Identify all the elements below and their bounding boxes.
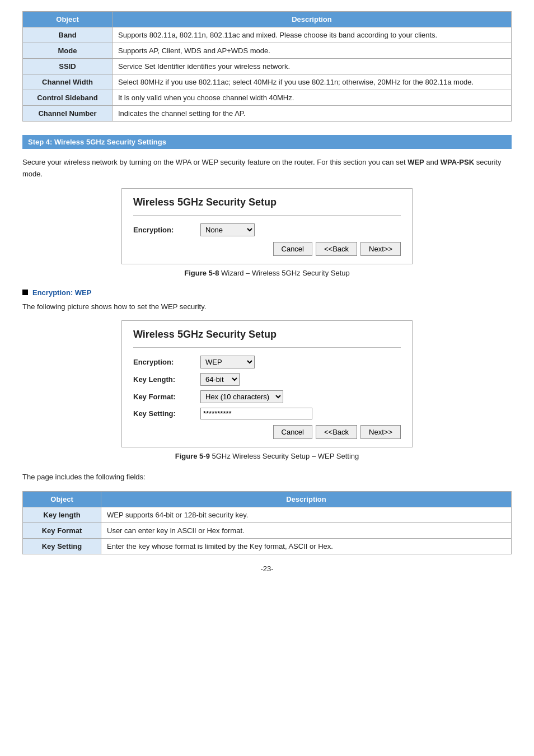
encryption-select-1[interactable]: NoneWEPWPA-PSKWPA2-PSK: [200, 223, 255, 236]
encryption-label-1: Encryption:: [133, 226, 200, 234]
key-length-select[interactable]: 64-bit128-bit: [200, 373, 240, 386]
back-button-1[interactable]: <<Back: [316, 242, 357, 256]
key-format-row: Key Format: Hex (10 characters)ASCII (5 …: [133, 390, 401, 403]
table-row-description: Service Set Identifier identifies your w…: [113, 59, 512, 74]
cancel-button-2[interactable]: Cancel: [273, 425, 312, 439]
table-row-object: SSID: [23, 59, 113, 74]
page-number: -23-: [22, 564, 512, 573]
figure58-caption: Figure 5-8 Wizard – Wireless 5GHz Securi…: [22, 269, 512, 277]
key-length-label: Key Length:: [133, 375, 200, 384]
col-object-header: Object: [23, 12, 113, 27]
key-setting-input[interactable]: [200, 408, 312, 419]
table-row-description: Select 80MHz if you use 802.11ac; select…: [113, 74, 512, 90]
top-info-table: Object Description BandSupports 802.11a,…: [22, 11, 512, 122]
step4-header: Step 4: Wireless 5GHz Security Settings: [22, 135, 512, 149]
bottom-table-row-description: WEP supports 64-bit or 128-bit security …: [101, 507, 512, 523]
key-format-select[interactable]: Hex (10 characters)ASCII (5 characters): [200, 390, 283, 403]
encryption-wep-subtext: The following picture shows how to set t…: [22, 301, 512, 313]
bottom-table-row-description: Enter the key whose format is limited by…: [101, 539, 512, 554]
encryption-row-2: Encryption: NoneWEPWPA-PSKWPA2-PSK: [133, 356, 401, 368]
wireless-box-1-title: Wireless 5GHz Security Setup: [133, 197, 401, 208]
bottom-col-description-header: Description: [101, 492, 512, 507]
back-button-2[interactable]: <<Back: [316, 425, 357, 439]
table-row-description: Supports AP, Client, WDS and AP+WDS mode…: [113, 43, 512, 59]
bottom-table-row-object: Key Format: [23, 523, 101, 539]
table-row-object: Control Sideband: [23, 90, 113, 106]
table-row-description: It is only valid when you choose channel…: [113, 90, 512, 106]
encryption-wep-title: Encryption: WEP: [32, 288, 91, 297]
encryption-wep-header: Encryption: WEP: [22, 288, 512, 297]
table-row-description: Indicates the channel setting for the AP…: [113, 106, 512, 122]
table-row-object: Mode: [23, 43, 113, 59]
key-setting-label: Key Setting:: [133, 409, 200, 418]
bottom-table-row-object: Key length: [23, 507, 101, 523]
bottom-col-object-header: Object: [23, 492, 101, 507]
wireless-setup-box-1: Wireless 5GHz Security Setup Encryption:…: [121, 188, 413, 264]
cancel-button-1[interactable]: Cancel: [273, 242, 312, 256]
figure58-buttons: Cancel <<Back Next>>: [133, 242, 401, 256]
key-setting-row: Key Setting:: [133, 408, 401, 419]
bullet-icon: [22, 290, 28, 295]
figure59-caption: Figure 5-9 5GHz Wireless Security Setup …: [22, 452, 512, 460]
table-row-object: Channel Width: [23, 74, 113, 90]
next-button-2[interactable]: Next>>: [360, 425, 401, 439]
bottom-table-row-description: User can enter key in ASCII or Hex forma…: [101, 523, 512, 539]
figure59-buttons: Cancel <<Back Next>>: [133, 425, 401, 439]
step4-intro-text: Secure your wireless network by turning …: [22, 157, 512, 180]
encryption-label-2: Encryption:: [133, 358, 200, 366]
table-row-object: Channel Number: [23, 106, 113, 122]
key-length-row: Key Length: 64-bit128-bit: [133, 373, 401, 386]
bottom-table-row-object: Key Setting: [23, 539, 101, 554]
encryption-row-1: Encryption: NoneWEPWPA-PSKWPA2-PSK: [133, 223, 401, 236]
wireless-setup-box-2: Wireless 5GHz Security Setup Encryption:…: [121, 320, 413, 447]
wireless-box-2-title: Wireless 5GHz Security Setup: [133, 329, 401, 340]
key-format-label: Key Format:: [133, 393, 200, 401]
bottom-table-intro: The page includes the following fields:: [22, 472, 512, 483]
next-button-1[interactable]: Next>>: [360, 242, 401, 256]
encryption-select-2[interactable]: NoneWEPWPA-PSKWPA2-PSK: [200, 356, 255, 368]
table-row-object: Band: [23, 27, 113, 43]
col-description-header: Description: [113, 12, 512, 27]
table-row-description: Supports 802.11a, 802.11n, 802.11ac and …: [113, 27, 512, 43]
bottom-info-table: Object Description Key lengthWEP support…: [22, 491, 512, 554]
